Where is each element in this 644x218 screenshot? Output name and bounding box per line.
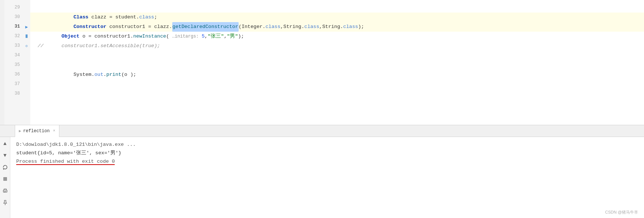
code-string: "男" <box>227 32 238 41</box>
console-area: ▲ ▼ <box>0 137 644 218</box>
gutter-slot-29 <box>23 3 30 13</box>
code-text: ( <box>166 32 172 41</box>
left-gutter <box>0 0 4 125</box>
gutter-slot-32: ▐▌ <box>23 32 30 41</box>
code-line-33: // constructor1.setAccessible(true); <box>30 41 644 51</box>
debug-gutter: ▶ ▐▌ ⊙ <box>23 0 30 125</box>
rerun-button[interactable] <box>1 164 9 171</box>
scroll-down-button[interactable]: ▼ <box>1 152 9 159</box>
code-editor: 29 30 31 32 33 34 35 36 37 38 ▶ ▐▌ ⊙ <box>0 0 644 125</box>
gutter-slot-30 <box>23 13 30 22</box>
line-numbers: 29 30 31 32 33 34 35 36 37 38 <box>4 0 23 125</box>
code-line-32: Object o = constructor1.newInstance( …in… <box>30 32 644 41</box>
tab-bar: ▶ reflection × <box>0 125 644 137</box>
line-num-37: 37 <box>7 80 20 89</box>
print-icon <box>3 188 8 193</box>
console-line-output: student{id=5, name='张三', sex='男'} <box>16 149 638 158</box>
code-method: newInstance <box>133 32 166 41</box>
console-line-finished: Process finished with exit code 0 <box>16 158 638 166</box>
svg-rect-2 <box>4 191 6 191</box>
code-text: ); <box>238 32 244 41</box>
line-num-30: 30 <box>7 13 20 22</box>
scroll-up-button[interactable]: ▲ <box>1 140 9 147</box>
gutter-slot-37 <box>23 80 30 89</box>
stop-button[interactable] <box>1 175 9 183</box>
code-number: 5 <box>202 32 205 41</box>
code-text: clazz = student. <box>89 13 139 22</box>
watermark: CSDN @猪马牛羊 <box>605 210 638 215</box>
print-button[interactable] <box>1 187 9 194</box>
code-ref: class <box>304 22 319 32</box>
code-text: , <box>205 32 208 41</box>
code-text: ; <box>154 13 157 22</box>
code-line-36: System.out.print(o ); <box>30 70 644 80</box>
line-num-34: 34 <box>7 51 20 60</box>
code-comment: // constructor1.setAccessible(true); <box>38 41 160 51</box>
code-line-29 <box>30 3 644 13</box>
code-text: ,String. <box>319 22 343 32</box>
line-num-31: 31 <box>7 22 20 32</box>
run-tab-icon: ▶ <box>19 129 21 133</box>
gutter-slot-35 <box>23 60 30 70</box>
code-text: ); <box>358 22 364 32</box>
code-hint: …initargs: <box>172 32 199 41</box>
rerun-icon <box>3 165 8 170</box>
code-text <box>199 32 202 41</box>
code-text: , <box>224 32 227 41</box>
gutter-slot-34 <box>23 51 30 60</box>
line-num-29: 29 <box>7 3 20 13</box>
code-method: getDeclaredConstructor <box>172 22 239 32</box>
code-string: "张三" <box>208 32 224 41</box>
pin-icon <box>3 200 7 205</box>
console-line-path: D:\dowload\jdk1.8.0_121\bin\java.exe ... <box>16 141 638 149</box>
code-keyword: Constructor <box>73 22 106 32</box>
code-ref: class <box>343 22 358 32</box>
console-output: D:\dowload\jdk1.8.0_121\bin\java.exe ...… <box>10 137 644 218</box>
line-num-32: 32 <box>7 32 20 41</box>
code-ref: out <box>94 70 103 80</box>
code-text: constructor1 = clazz. <box>106 22 172 32</box>
gutter-slot-33: ⊙ <box>23 41 30 51</box>
debug-arrow-icon: ▶ <box>25 24 28 30</box>
line-num-33: 33 <box>7 41 20 51</box>
bar-chart-icon: ▐▌ <box>25 35 29 38</box>
code-text: (Integer. <box>239 22 266 32</box>
svg-rect-3 <box>4 192 6 192</box>
line-num-35: 35 <box>7 60 20 70</box>
code-method: print <box>106 70 121 80</box>
code-text: . <box>103 70 106 80</box>
code-ref: class <box>266 22 281 32</box>
code-ref: class <box>139 13 154 22</box>
code-line-38 <box>30 89 644 99</box>
run-tab-label: reflection <box>23 129 50 134</box>
code-text <box>38 22 73 32</box>
console-finished-text: Process finished with exit code 0 <box>16 159 115 165</box>
pin-button[interactable] <box>1 199 9 206</box>
gutter-slot-38 <box>23 89 30 99</box>
line-num-38: 38 <box>7 89 20 99</box>
code-keyword: Class <box>73 13 89 22</box>
code-line-35 <box>30 60 644 70</box>
code-text: o = constructor1. <box>79 32 133 41</box>
code-line-34 <box>30 51 644 60</box>
code-line-37 <box>30 80 644 89</box>
gutter-slot-36 <box>23 70 30 80</box>
code-text: System. <box>38 70 94 80</box>
code-text: ,String. <box>280 22 304 32</box>
code-text <box>38 13 73 22</box>
code-text <box>38 32 62 41</box>
run-tab-reflection[interactable]: ▶ reflection × <box>15 125 59 137</box>
svg-rect-0 <box>3 177 7 181</box>
line-num-36: 36 <box>7 70 20 80</box>
code-text: (o ); <box>121 70 136 80</box>
gutter-slot-31: ▶ <box>23 22 30 32</box>
stop-icon <box>3 177 7 181</box>
watch-icon: ⊙ <box>25 44 28 48</box>
code-keyword: Object <box>62 32 80 41</box>
code-line-31: Constructor constructor1 = clazz.getDecl… <box>30 22 644 32</box>
code-lines: Class clazz = student.class; Constructor… <box>30 0 644 125</box>
tab-close-button[interactable]: × <box>53 129 55 133</box>
code-line-30: Class clazz = student.class; <box>30 13 644 22</box>
console-toolbar: ▲ ▼ <box>0 137 10 218</box>
